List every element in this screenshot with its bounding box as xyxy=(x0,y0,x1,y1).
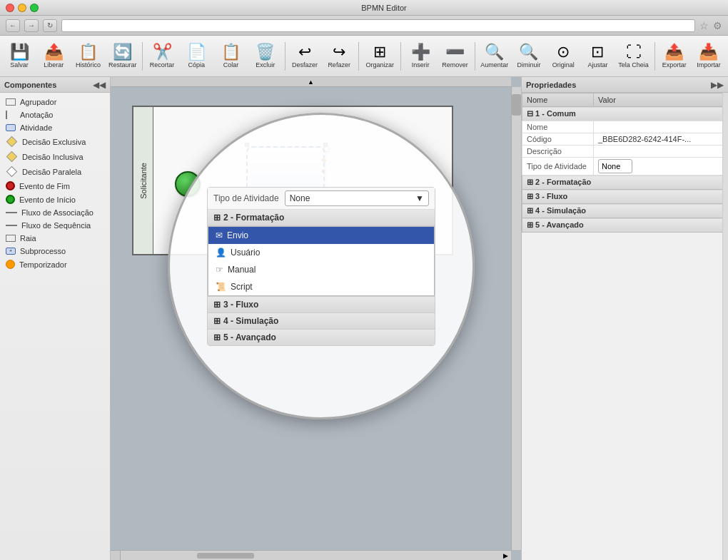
bookmark-icon[interactable]: ☆ xyxy=(699,20,709,31)
organizar-button[interactable]: ⊞ Organizar xyxy=(362,38,398,75)
resize-handle-br[interactable] xyxy=(323,201,328,205)
dropdown-item-manual[interactable]: ☞ Manual xyxy=(208,261,434,278)
sidebar-item-raia[interactable]: Raia xyxy=(0,232,110,245)
sidebar-item-temporizador[interactable]: Temporizador xyxy=(0,258,110,271)
scroll-arrow-top[interactable]: ▲ xyxy=(111,77,511,87)
sidebar-item-evento-inicio[interactable]: Evento de Início xyxy=(0,193,110,206)
sidebar-item-fluxo-assoc[interactable]: Fluxo de Associação xyxy=(0,206,110,219)
tipo-atividade-select[interactable]: None Envio Usuário Manual Script xyxy=(598,159,632,173)
address-input[interactable] xyxy=(61,19,695,32)
sidebar-item-decisao-paralela[interactable]: Decisão Paralela xyxy=(0,164,110,179)
sidebar-item-subprocesso[interactable]: + Subprocesso xyxy=(0,245,110,258)
ajustar-button[interactable]: ⊡ Ajustar xyxy=(581,38,614,75)
remover-icon: ➖ xyxy=(445,44,465,60)
refresh-button[interactable]: ↻ xyxy=(43,19,57,32)
activity-box[interactable] xyxy=(246,146,325,203)
restaurar-button[interactable]: 🔄 Restaurar xyxy=(106,38,139,75)
divider-1 xyxy=(142,42,143,71)
scroll-corner xyxy=(111,550,121,560)
fluxo-assoc-label: Fluxo de Associação xyxy=(21,208,93,217)
tela-label: Tela Cheia xyxy=(618,61,649,68)
diminuir-label: Diminuir xyxy=(517,61,540,68)
decisao-paralela-icon xyxy=(6,166,18,178)
refazer-icon: ↪ xyxy=(333,44,345,60)
aumentar-button[interactable]: 🔍 Aumentar xyxy=(478,38,511,75)
original-button[interactable]: ⊙ Original xyxy=(547,38,580,75)
canvas-area[interactable]: ▲ Solicitante ◻ ◆ ● xyxy=(111,77,521,560)
liberar-button[interactable]: 📤 Liberar xyxy=(37,38,70,75)
activity-mini-icon-3[interactable]: ● xyxy=(321,167,325,175)
historico-button[interactable]: 📋 Histórico xyxy=(71,38,104,75)
vertical-scroll-thumb[interactable] xyxy=(512,94,521,116)
sidebar-item-atividade[interactable]: Atividade xyxy=(0,121,110,134)
wrench-icon[interactable]: 🔧 xyxy=(257,214,269,225)
sidebar-item-fluxo-seq[interactable]: Fluxo de Sequência xyxy=(0,219,110,232)
sidebar-item-anotacao[interactable]: Anotação xyxy=(0,108,110,121)
field-nome-input[interactable] xyxy=(594,121,728,133)
sidebar-item-evento-fim[interactable]: Evento de Fim xyxy=(0,179,110,193)
maximize-button[interactable] xyxy=(30,4,39,12)
restaurar-label: Restaurar xyxy=(108,61,137,68)
sidebar-item-decisao-exclusiva[interactable]: Decisão Exclusiva xyxy=(0,134,110,149)
sidebar-item-agrupador[interactable]: Agrupador xyxy=(0,96,110,108)
exportar-button[interactable]: 📤 Exportar xyxy=(658,38,691,75)
sidebar-item-decisao-inclusiva[interactable]: Decisão Inclusiva xyxy=(0,149,110,164)
decisao-exclusiva-label: Decisão Exclusiva xyxy=(22,138,86,146)
subprocesso-label: Subprocesso xyxy=(20,247,66,255)
salvar-button[interactable]: 💾 Salvar xyxy=(3,38,36,75)
horizontal-scrollbar[interactable]: ◀ ▶ xyxy=(111,550,511,560)
field-nome-row: Nome xyxy=(522,121,728,133)
toolbar: 💾 Salvar 📤 Liberar 📋 Histórico 🔄 Restaur… xyxy=(0,36,728,77)
scroll-right-arrow[interactable]: ▶ xyxy=(503,552,508,559)
horizontal-scroll-thumb[interactable] xyxy=(197,553,254,559)
section5-row[interactable]: ⊞ 5 - Avançado xyxy=(522,218,728,233)
field-tipo-select-cell[interactable]: None Envio Usuário Manual Script xyxy=(594,158,728,175)
section1-row[interactable]: ⊟ 1 - Comum xyxy=(522,107,728,121)
script-label: Script xyxy=(231,282,253,292)
tela-button[interactable]: ⛶ Tela Cheia xyxy=(616,38,652,75)
inserir-button[interactable]: ➕ Inserir xyxy=(404,38,437,75)
colar-button[interactable]: 📋 Colar xyxy=(214,38,247,75)
sidebar-collapse-button[interactable]: ◀◀ xyxy=(93,80,106,90)
resize-handle-bl[interactable] xyxy=(245,201,249,205)
props-expand-button[interactable]: ▶▶ xyxy=(711,80,724,90)
dropdown-item-script[interactable]: 📜 Script xyxy=(208,278,434,295)
divider-2 xyxy=(285,42,285,71)
copia-label: Cópia xyxy=(188,61,205,68)
vertical-scrollbar[interactable] xyxy=(511,87,521,550)
close-button[interactable] xyxy=(6,4,14,12)
section4-row[interactable]: ⊞ 4 - Simulação xyxy=(522,204,728,218)
start-event[interactable] xyxy=(175,171,201,197)
minimize-button[interactable] xyxy=(18,4,26,12)
section3-row[interactable]: ⊞ 3 - Fluxo xyxy=(522,190,728,204)
desfazer-button[interactable]: ↩ Desfazer xyxy=(288,38,321,75)
sidebar: Componentes ◀◀ Agrupador Anotação Ativid… xyxy=(0,77,111,560)
agrupador-label: Agrupador xyxy=(20,98,56,106)
forward-button[interactable]: → xyxy=(24,19,39,32)
desfazer-label: Desfazer xyxy=(292,61,318,68)
copia-button[interactable]: 📄 Cópia xyxy=(180,38,213,75)
main-layout: Componentes ◀◀ Agrupador Anotação Ativid… xyxy=(0,77,728,560)
props-scrollbar[interactable] xyxy=(722,93,728,560)
historico-label: Histórico xyxy=(76,61,101,68)
exportar-label: Exportar xyxy=(662,61,687,68)
remover-button[interactable]: ➖ Remover xyxy=(438,38,471,75)
settings-icon[interactable]: ⚙ xyxy=(713,20,722,31)
window-title: BPMN Editor xyxy=(46,4,722,12)
section3-header-zoom: ⊞ 3 - Fluxo xyxy=(208,296,435,313)
restaurar-icon: 🔄 xyxy=(113,44,132,60)
field-descricao-input[interactable] xyxy=(594,146,728,158)
refazer-button[interactable]: ↪ Refazer xyxy=(323,38,355,75)
activity-mini-icon-2[interactable]: ◆ xyxy=(321,156,327,163)
back-button[interactable]: ← xyxy=(6,19,20,32)
properties-scroll-area: Nome Valor ⊟ 1 - Comum xyxy=(522,93,728,560)
divider-4 xyxy=(400,42,401,71)
resize-handle-tl[interactable] xyxy=(245,143,249,147)
resize-handle-tr[interactable] xyxy=(323,143,328,147)
recortar-button[interactable]: ✂️ Recortar xyxy=(146,38,178,75)
importar-button[interactable]: 📥 Importar xyxy=(692,38,725,75)
diminuir-button[interactable]: 🔍 Diminuir xyxy=(512,38,545,75)
pool-container: Solicitante ◻ ◆ ● 🔧 xyxy=(132,106,453,255)
section2-row[interactable]: ⊞ 2 - Formatação xyxy=(522,175,728,190)
excluir-button[interactable]: 🗑️ Excluir xyxy=(249,38,282,75)
